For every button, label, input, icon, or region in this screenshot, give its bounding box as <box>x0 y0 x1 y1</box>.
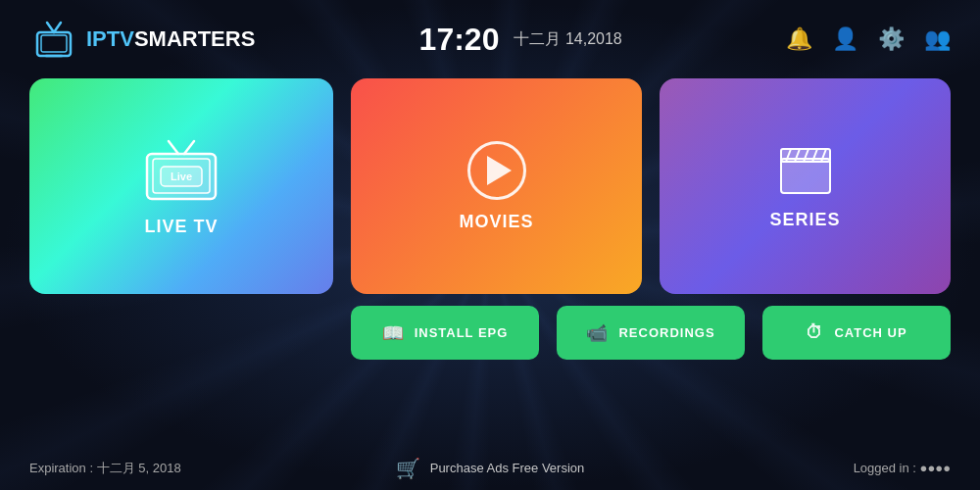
svg-rect-3 <box>41 35 67 52</box>
svg-line-0 <box>47 23 54 32</box>
buttons-row: 📖 INSTALL EPG 📹 RECORDINGS ⏱ CATCH UP <box>351 306 951 360</box>
play-icon <box>467 141 526 200</box>
settings-icon[interactable]: ⚙️ <box>878 26 905 52</box>
svg-line-6 <box>184 141 194 154</box>
header-center: 17:20 十二月 14,2018 <box>255 22 786 58</box>
logo-text: IPTVSMARTERS <box>86 26 255 52</box>
live-tv-card[interactable]: Live LIVE TV <box>29 78 333 294</box>
catch-up-label: CATCH UP <box>834 325 906 340</box>
users-icon[interactable]: 👥 <box>924 26 951 52</box>
play-triangle <box>487 156 512 185</box>
recordings-icon: 📹 <box>586 322 609 344</box>
bell-icon[interactable]: 🔔 <box>786 26 812 52</box>
header-icons: 🔔 👤 ⚙️ 👥 <box>786 26 951 52</box>
purchase-label: Purchase Ads Free Version <box>430 461 585 475</box>
svg-line-5 <box>169 141 178 154</box>
header: IPTVSMARTERS 17:20 十二月 14,2018 🔔 👤 ⚙️ 👥 <box>0 0 980 78</box>
series-label: SERIES <box>769 210 840 230</box>
clapperboard-icon <box>776 143 835 198</box>
logo: IPTVSMARTERS <box>29 15 255 64</box>
svg-rect-11 <box>781 159 830 193</box>
current-time: 17:20 <box>419 22 500 58</box>
main-content: Live LIVE TV MOVIES <box>0 78 980 446</box>
live-tv-icon: Live <box>137 136 225 207</box>
footer: Expiration : 十二月 5, 2018 🛒 Purchase Ads … <box>0 446 980 490</box>
cards-row: Live LIVE TV MOVIES <box>29 78 951 294</box>
svg-line-1 <box>54 23 61 32</box>
user-icon[interactable]: 👤 <box>832 26 858 52</box>
cart-icon: 🛒 <box>396 457 420 480</box>
recordings-label: RECORDINGS <box>618 325 714 340</box>
expiration-text: Expiration : 十二月 5, 2018 <box>29 460 336 477</box>
movies-card[interactable]: MOVIES <box>351 78 642 294</box>
catchup-icon: ⏱ <box>806 322 824 343</box>
logged-in-text: Logged in : ●●●● <box>644 461 951 475</box>
series-card[interactable]: SERIES <box>660 78 951 294</box>
live-tv-label: LIVE TV <box>144 217 218 237</box>
install-epg-button[interactable]: 📖 INSTALL EPG <box>351 306 539 360</box>
svg-text:Live: Live <box>171 171 192 182</box>
logo-icon <box>29 15 78 64</box>
install-epg-label: INSTALL EPG <box>415 325 509 340</box>
epg-icon: 📖 <box>382 322 405 344</box>
catch-up-button[interactable]: ⏱ CATCH UP <box>762 306 951 360</box>
current-date: 十二月 14,2018 <box>514 29 621 50</box>
recordings-button[interactable]: 📹 RECORDINGS <box>557 306 745 360</box>
movies-label: MOVIES <box>459 212 533 232</box>
purchase-link[interactable]: 🛒 Purchase Ads Free Version <box>336 457 643 480</box>
